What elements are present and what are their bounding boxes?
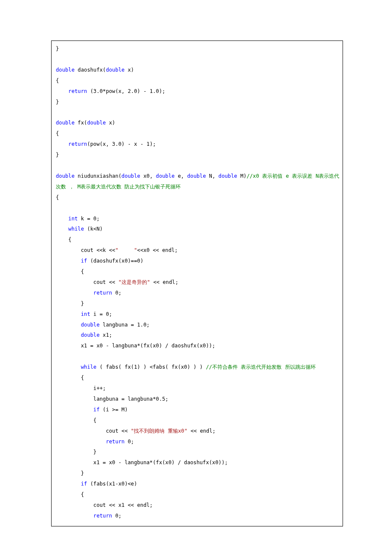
code-line: { [56, 234, 338, 245]
keyword-span: return [68, 88, 87, 94]
code-span: x1 = x0 - langbuna*(fx(x0) / daoshufx(x0… [56, 343, 215, 349]
keyword-span: double [87, 120, 106, 126]
keyword-span: while [68, 226, 84, 232]
code-span: e, [175, 173, 187, 179]
comment-span: //不符合条件 表示迭代开始发散 所以跳出循环 [206, 364, 315, 370]
code-line: double daoshufx(double x) [56, 65, 338, 75]
code-span: x1 = x0 - langbuna*(fx(x0) / daoshufx(x0… [56, 460, 228, 465]
keyword-span: double [56, 67, 75, 73]
code-line: } [56, 468, 338, 479]
keyword-span: int [68, 216, 78, 222]
code-span: { [56, 491, 84, 497]
code-line: while (k<N) [56, 224, 338, 234]
code-line: while ( fabs( fx(1) ) <fabs( fx(x0) ) ) … [56, 362, 338, 373]
code-line: } [56, 150, 338, 160]
string-span: " " [115, 247, 137, 253]
code-line: return 0; [56, 511, 338, 521]
code-span: { [56, 375, 84, 381]
code-line: double langbuna = 1.0; [56, 320, 338, 330]
keyword-span: double [121, 173, 140, 179]
code-line: cout << "找不到朗姆纳 重输x0" << endl; [56, 426, 338, 436]
code-span: fx( [75, 120, 87, 126]
code-line: return 0; [56, 436, 338, 447]
code-span: 0; [124, 439, 134, 445]
code-span: niudunxiashan( [75, 173, 121, 179]
keyword-span: int [81, 311, 90, 317]
keyword-span: double [219, 173, 237, 179]
code-line [56, 54, 338, 65]
code-span: cout << x1 << endl; [56, 502, 153, 508]
code-line: if (daoshufx(x0)==0) [56, 256, 338, 266]
code-box: } double daoshufx(double x){ return (3.0… [51, 40, 343, 526]
code-span: } [56, 99, 59, 105]
code-span: (daoshufx(x0)==0) [87, 258, 143, 264]
code-line: { [56, 415, 338, 426]
code-line: if (i >= M) [56, 405, 338, 415]
code-span [56, 141, 68, 147]
code-span: << endl; [187, 428, 216, 434]
document-page: } double daoshufx(double x){ return (3.0… [0, 0, 392, 555]
code-span: ( fabs( fx(1) ) <fabs( fx(x0) ) ) [96, 364, 206, 370]
code-line [56, 160, 338, 171]
code-span: k = 0; [78, 216, 99, 222]
code-line: int i = 0; [56, 309, 338, 320]
code-line: cout << x1 << endl; [56, 500, 338, 511]
code-line [56, 351, 338, 362]
code-span [56, 216, 68, 222]
code-line: x1 = x0 - langbuna*(fx(x0) / daoshufx(x0… [56, 341, 338, 351]
code-line [56, 203, 338, 214]
code-span: { [56, 417, 96, 423]
keyword-span: double [56, 173, 75, 179]
code-span: x0, [140, 173, 156, 179]
code-line: } [56, 298, 338, 309]
code-line: } [56, 447, 338, 457]
code-span: langbuna = 1.0; [100, 322, 150, 328]
code-span [56, 311, 81, 317]
code-span: i = 0; [90, 311, 112, 317]
code-line: return (3.0*pow(x, 2.0) - 1.0); [56, 86, 338, 97]
code-span: { [56, 78, 59, 84]
code-span: x1; [100, 332, 112, 338]
code-span [56, 332, 81, 338]
keyword-span: double [156, 173, 175, 179]
code-line [56, 107, 338, 118]
keyword-span: return [68, 141, 87, 147]
code-span: x) [106, 120, 115, 126]
code-line: x1 = x0 - langbuna*(fx(x0) / daoshufx(x0… [56, 457, 338, 468]
code-span: (i >= M) [100, 407, 128, 413]
code-line: return 0; [56, 288, 338, 298]
code-span: } [56, 470, 84, 476]
code-line: cout << "这是奇异的" << endl; [56, 277, 338, 288]
keyword-span: return [106, 439, 124, 445]
code-span [56, 439, 106, 445]
code-span: 0; [112, 513, 121, 519]
code-line: double niudunxiashan(double x0, double e… [56, 171, 338, 182]
code-line: { [56, 266, 338, 277]
code-span: daoshufx( [75, 67, 106, 73]
code-span: 0; [112, 290, 121, 296]
code-span: { [56, 194, 59, 200]
code-span [56, 364, 81, 370]
comment-span: //x0 表示初值 e 表示误差 N表示迭代 [247, 173, 339, 179]
code-span [56, 88, 68, 94]
keyword-span: return [93, 290, 112, 296]
code-line: } [56, 97, 338, 107]
code-line: { [56, 373, 338, 383]
code-span: cout << [56, 428, 131, 434]
code-line: { [56, 75, 338, 86]
keyword-span: double [81, 332, 100, 338]
code-span: } [56, 46, 59, 52]
code-line: } [56, 43, 338, 54]
code-span: } [56, 449, 96, 455]
code-line: { [56, 192, 338, 203]
string-span: "这是奇异的" [118, 279, 150, 285]
code-span: i++; [56, 385, 106, 391]
code-span: { [56, 269, 84, 275]
code-span: { [56, 237, 72, 243]
keyword-span: if [81, 258, 87, 264]
code-line: cout <<k <<" "<<x0 << endl; [56, 245, 338, 256]
code-span: (fabs(x1-x0)<e) [87, 481, 137, 487]
code-line: return(pow(x, 3.0) - x - 1); [56, 139, 338, 150]
code-span: (3.0*pow(x, 2.0) - 1.0); [87, 88, 165, 94]
code-span [56, 322, 81, 328]
